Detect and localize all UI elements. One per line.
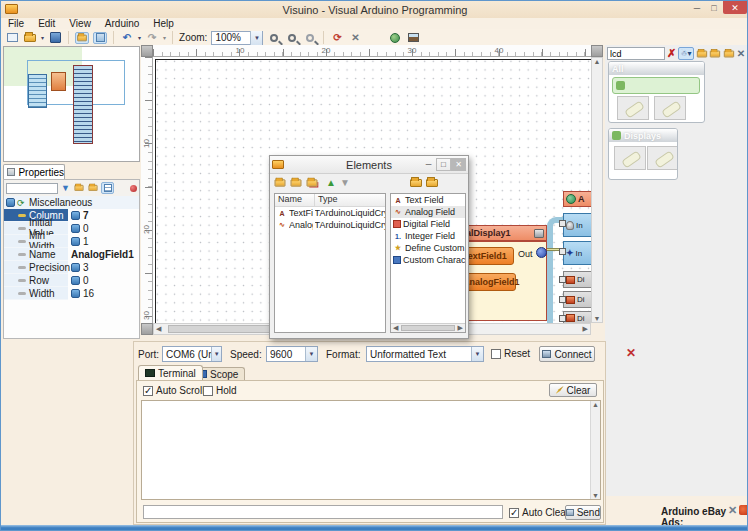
property-row[interactable]: Column 7 (4, 209, 139, 222)
scroll-down-arrow[interactable]: ▼ (590, 492, 601, 499)
out-pin-icon[interactable] (536, 247, 547, 258)
maximize-button[interactable]: □ (706, 1, 722, 14)
board-pin-row[interactable]: Di (563, 291, 591, 308)
auto-scroll-checkbox[interactable]: Auto Scroll (143, 385, 204, 396)
pin-connector[interactable] (559, 296, 566, 303)
pin-icon[interactable] (130, 185, 137, 192)
wire-blue[interactable] (547, 217, 563, 323)
elements-instance-list[interactable]: Name Type A TextField1 TArduinoLiquidCry… (274, 193, 386, 333)
property-row[interactable]: Min Width 1 (4, 235, 139, 248)
column-header-type[interactable]: Type (315, 194, 338, 206)
toolbox-search-input[interactable] (607, 47, 665, 60)
expand-categories-icon[interactable] (410, 179, 422, 187)
tab-terminal[interactable]: Terminal (138, 365, 203, 380)
pin-connector[interactable] (559, 276, 566, 283)
close-button[interactable]: ✕ (723, 1, 747, 14)
move-up-icon[interactable]: ▲ (326, 177, 336, 188)
property-row[interactable]: Width 16 (4, 287, 139, 300)
properties-filter-input[interactable] (6, 183, 58, 194)
insert-element-icon[interactable] (291, 179, 302, 186)
board-component-header[interactable]: A (563, 191, 591, 207)
property-row[interactable]: Initial Value 0 (4, 222, 139, 235)
expand-all-icon[interactable] (710, 50, 720, 57)
redo-dropdown-icon[interactable]: ▾ (163, 34, 166, 41)
minimize-button[interactable]: ─ (689, 1, 705, 14)
scroll-down-arrow[interactable]: ▼ (592, 315, 603, 322)
undo-icon[interactable]: ↶ (120, 32, 134, 44)
zoom-in-icon[interactable] (267, 32, 281, 44)
board-pin-row[interactable]: Di (563, 311, 591, 323)
ads-wizard-icon[interactable]: ✕ (728, 504, 737, 517)
elements-palette-list[interactable]: AText Field ∿Analog Field Digital Field … (390, 193, 466, 333)
element-row[interactable]: A TextField1 TArduinoLiquidCrystal... (275, 207, 385, 219)
undo-dropdown-icon[interactable]: ▾ (138, 34, 141, 41)
pin-connector[interactable] (559, 315, 566, 322)
port-combobox[interactable]: COM6 (Unav▼ (162, 346, 222, 362)
property-row[interactable]: Name AnalogField1 (4, 248, 139, 261)
palette-hscrollbar[interactable]: ◀ ▶ (391, 323, 465, 332)
collapse-all-icon[interactable] (87, 182, 99, 194)
delete-element-icon[interactable] (307, 179, 318, 186)
redo-icon[interactable]: ↷ (145, 32, 159, 44)
zoom-reset-icon[interactable] (303, 32, 317, 44)
component-thumbnail[interactable] (654, 96, 686, 120)
connection-wizard-icon[interactable]: ✕ (626, 346, 636, 360)
tab-properties[interactable]: Properties (3, 164, 65, 179)
move-down-icon[interactable]: ▼ (340, 177, 350, 188)
zoom-out-icon[interactable] (285, 32, 299, 44)
matched-category-strip[interactable] (612, 77, 700, 94)
pin-connector[interactable] (559, 248, 566, 255)
clear-button[interactable]: Clear (549, 383, 597, 397)
ads-logo-icon[interactable] (739, 505, 748, 515)
terminal-output[interactable]: ▲ ▼ (141, 400, 601, 500)
palette-item[interactable]: ★Define Custom Chara (391, 242, 465, 254)
palette-item[interactable]: 1.Integer Field (391, 230, 465, 242)
pin-connector[interactable] (559, 220, 566, 227)
wrench-icon[interactable] (534, 229, 544, 238)
delete-icon[interactable]: ✕ (348, 32, 362, 44)
menu-arduino[interactable]: Arduino (105, 18, 139, 29)
column-header-name[interactable]: Name (275, 194, 315, 206)
toggle-grid-icon[interactable] (93, 32, 107, 44)
save-icon[interactable] (48, 32, 62, 44)
overview-minimap[interactable] (3, 46, 140, 162)
terminal-vscrollbar[interactable]: ▲ ▼ (590, 401, 600, 499)
view-mode-icon[interactable] (101, 182, 114, 194)
menu-edit[interactable]: Edit (38, 18, 55, 29)
web-icon[interactable] (388, 32, 402, 44)
palette-item-selected[interactable]: ∿Analog Field (391, 206, 465, 218)
send-input[interactable] (143, 505, 503, 519)
picture-icon[interactable] (406, 32, 420, 44)
component-thumbnail[interactable] (614, 146, 646, 170)
toolbox-panel-header[interactable]: All (609, 62, 704, 75)
scroll-right-arrow[interactable]: ▶ (581, 325, 590, 333)
menu-help[interactable]: Help (153, 18, 174, 29)
scroll-up-arrow[interactable]: ▲ (590, 401, 601, 408)
clear-search-icon[interactable]: ✗ (667, 47, 676, 60)
build-icon[interactable]: ⟳ (330, 32, 344, 44)
format-combobox[interactable]: Unformatted Text▼ (366, 346, 484, 362)
send-button[interactable]: Send (565, 505, 601, 520)
board-pin-row[interactable]: Di (563, 271, 591, 288)
element-row[interactable]: ∿ Analog... TArduinoLiquidCrystal... (275, 219, 385, 231)
component-thumbnail[interactable] (617, 96, 649, 120)
scroll-thumb[interactable] (401, 325, 454, 331)
scroll-left-arrow[interactable]: ◀ (154, 325, 163, 333)
scroll-up-arrow[interactable]: ▲ (592, 58, 603, 65)
search-mode-icon[interactable]: ☃▾ (678, 47, 693, 60)
open-project-icon[interactable] (23, 32, 37, 44)
property-row[interactable]: Precision 3 (4, 261, 139, 274)
scroll-right-arrow[interactable]: ▶ (456, 324, 465, 332)
elements-dialog-titlebar[interactable]: Elements ─ □ ✕ (270, 156, 468, 174)
filter-funnel-icon[interactable]: ▼ (60, 182, 71, 194)
collapse-categories-icon[interactable] (426, 179, 438, 187)
zoom-combobox[interactable]: 100%▼ (211, 31, 263, 45)
canvas-vscrollbar[interactable]: ▲ ▼ (591, 57, 603, 323)
menu-view[interactable]: View (69, 18, 91, 29)
palette-item[interactable]: AText Field (391, 194, 465, 206)
palette-item[interactable]: Custom Character Fi (391, 254, 465, 266)
add-element-icon[interactable] (275, 179, 286, 186)
component-thumbnail[interactable] (647, 146, 678, 170)
toolbox-panel-header[interactable]: Displays (609, 129, 677, 142)
collapse-all-icon[interactable] (724, 50, 734, 57)
